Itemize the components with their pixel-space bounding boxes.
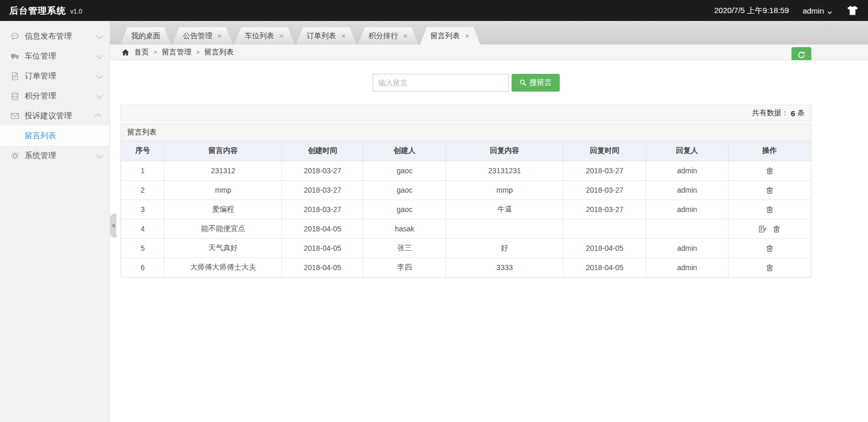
tab-points-rank[interactable]: 积分排行✕: [358, 27, 418, 45]
delete-icon[interactable]: [766, 264, 774, 272]
summary-bar: 共有数据： 6 条: [121, 105, 811, 121]
tab-close-icon[interactable]: ✕: [279, 33, 284, 39]
panel-title: 留言列表: [121, 124, 811, 141]
column-header: 操作: [728, 141, 811, 161]
breadcrumb-item[interactable]: 留言列表: [204, 48, 234, 57]
chevron-down-icon: [96, 32, 103, 39]
message-list-panel: 留言列表 序号留言内容创建时间创建人回复内容回复时间回复人操作 12313122…: [121, 124, 811, 277]
table-row: 6大师傅大师傅士大夫2018-04-05李四33332018-04-05admi…: [121, 258, 811, 277]
cell-content: 天气真好: [165, 238, 282, 258]
column-header: 留言内容: [165, 141, 282, 161]
tab-label: 留言列表: [430, 31, 460, 41]
cell-replied: 2018-04-05: [563, 258, 646, 277]
cell-no: 5: [121, 238, 165, 258]
cell-created: 2018-03-27: [282, 199, 363, 219]
sidebar-item-points[interactable]: 积分管理: [0, 86, 110, 106]
sidebar-item-info-publish[interactable]: 信息发布管理: [0, 26, 110, 46]
cell-actions: [728, 238, 811, 258]
refresh-icon: [797, 51, 806, 59]
cell-creator: hasak: [363, 219, 446, 238]
tab-close-icon[interactable]: ✕: [341, 33, 346, 39]
home-icon: [122, 49, 129, 56]
sidebar-item-label: 系统管理: [25, 151, 96, 161]
delete-icon[interactable]: [766, 245, 774, 252]
table-row: 2mmp2018-03-27gaocmmp2018-03-27admin: [121, 180, 811, 199]
sidebar-collapse-handle[interactable]: [110, 214, 116, 238]
table-row: 5天气真好2018-04-05张三好2018-04-05admin: [121, 238, 811, 258]
cell-replied: [563, 219, 646, 238]
tab-close-icon[interactable]: ✕: [403, 33, 408, 39]
sidebar-subitem-label: 留言列表: [25, 131, 56, 141]
breadcrumb: 首页>留言管理>留言列表: [122, 48, 234, 57]
app-brand: 后台管理系统 v1.0: [9, 5, 82, 17]
cell-actions: [728, 161, 811, 180]
cell-reply: 3333: [446, 258, 563, 277]
tab-close-icon[interactable]: ✕: [217, 33, 222, 39]
tab-label: 我的桌面: [131, 31, 160, 41]
summary-count: 6: [791, 109, 795, 118]
tab-desktop[interactable]: 我的桌面: [121, 27, 171, 45]
cell-replier: admin: [646, 258, 728, 277]
delete-icon[interactable]: [773, 225, 780, 233]
envelope-icon: [10, 112, 19, 120]
theme-tshirt-icon[interactable]: [846, 5, 859, 16]
tab-order-list[interactable]: 订单列表✕: [296, 27, 356, 45]
column-header: 回复时间: [563, 141, 646, 161]
cell-actions: [728, 219, 811, 238]
breadcrumb-separator: >: [154, 49, 157, 56]
tab-message-list[interactable]: 留言列表✕: [420, 27, 480, 45]
cell-replier: admin: [646, 238, 728, 258]
cell-created: 2018-03-27: [282, 180, 363, 199]
user-menu[interactable]: admin: [802, 6, 832, 15]
sidebar-item-complaints[interactable]: 投诉建议管理: [0, 106, 110, 126]
tab-parking-list[interactable]: 车位列表✕: [234, 27, 295, 45]
cell-replier: admin: [646, 180, 728, 199]
topbar: 后台管理系统 v1.0 2020/7/5 上午9:18:59 admin: [0, 0, 868, 21]
delete-icon[interactable]: [766, 186, 774, 194]
cell-created: 2018-04-05: [282, 238, 363, 258]
cell-created: 2018-04-05: [282, 258, 363, 277]
tabbar: 我的桌面公告管理✕车位列表✕订单列表✕积分排行✕留言列表✕: [110, 21, 868, 45]
cell-reply: 好: [446, 238, 563, 258]
tab-label: 积分排行: [368, 31, 398, 41]
app-title: 后台管理系统: [9, 5, 66, 17]
tab-close-icon[interactable]: ✕: [464, 33, 470, 39]
cell-no: 1: [121, 161, 165, 180]
cell-creator: 张三: [363, 238, 446, 258]
cell-no: 4: [121, 219, 165, 238]
cell-reply: mmp: [446, 180, 563, 199]
sidebar-item-system[interactable]: 系统管理: [0, 146, 110, 165]
chevron-down-icon: [827, 8, 832, 13]
cell-no: 3: [121, 199, 165, 219]
cell-actions: [728, 180, 811, 199]
breadcrumb-item[interactable]: 留言管理: [162, 48, 191, 57]
cell-reply: 牛逼: [446, 199, 563, 219]
delete-icon[interactable]: [766, 167, 774, 175]
delete-icon[interactable]: [766, 206, 774, 214]
content-area: 搜留言 共有数据： 6 条 留言列表 序号留言内容创建时间创建人: [110, 60, 868, 422]
file-icon: [10, 72, 19, 81]
breadcrumb-item[interactable]: 首页: [134, 48, 149, 57]
sidebar-item-orders[interactable]: 订单管理: [0, 66, 110, 86]
sidebar-item-label: 信息发布管理: [25, 31, 96, 41]
username-label: admin: [802, 6, 824, 15]
search-input[interactable]: [373, 74, 509, 92]
chevron-down-icon: [96, 72, 103, 79]
table-row: 3爱编程2018-03-27gaoc牛逼2018-03-27admin: [121, 199, 811, 219]
column-header: 序号: [121, 141, 165, 161]
cell-content: 能不能便宜点: [165, 219, 282, 238]
cell-replied: 2018-03-27: [563, 180, 646, 199]
chevron-down-icon: [96, 151, 103, 158]
sidebar-subitem-message-list[interactable]: 留言列表: [0, 126, 110, 146]
tab-notice[interactable]: 公告管理✕: [172, 27, 233, 45]
search-icon: [519, 79, 527, 86]
tab-label: 订单列表: [307, 31, 336, 41]
comment-icon: [10, 32, 19, 41]
cell-content: 231312: [165, 161, 282, 180]
sidebar-item-label: 订单管理: [25, 71, 96, 81]
breadcrumb-separator: >: [196, 49, 200, 56]
search-button[interactable]: 搜留言: [512, 74, 560, 92]
sidebar-item-parking[interactable]: 车位管理: [0, 46, 110, 66]
reply-icon[interactable]: [758, 225, 766, 233]
search-row: 搜留言: [121, 74, 811, 92]
